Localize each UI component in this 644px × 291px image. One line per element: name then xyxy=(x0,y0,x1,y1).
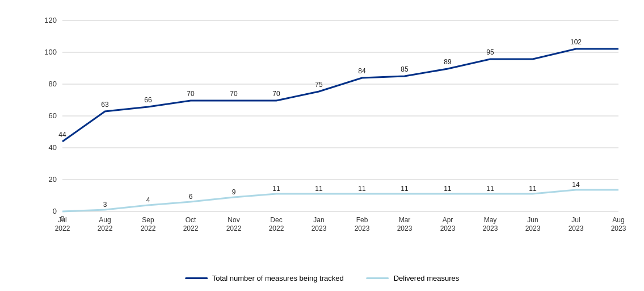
y-label-80: 80 xyxy=(49,80,57,88)
legend-tracked: Total number of measures being tracked xyxy=(185,274,344,282)
x-label-13: Aug xyxy=(612,216,624,224)
tracked-label-6: 75 xyxy=(315,81,323,89)
x-label-3: Oct xyxy=(186,216,196,224)
x-label-3b: 2022 xyxy=(183,225,199,232)
x-label-9: Apr xyxy=(443,216,453,224)
tracked-label-2: 66 xyxy=(144,96,152,104)
y-label-40: 40 xyxy=(49,143,57,152)
delivered-label-4: 9 xyxy=(232,188,236,196)
tracked-label-8: 85 xyxy=(401,65,409,73)
y-label-20: 20 xyxy=(49,175,57,184)
x-label-11b: 2023 xyxy=(525,225,541,232)
x-label-4b: 2022 xyxy=(226,225,242,232)
tracked-label-1: 63 xyxy=(101,101,109,109)
tracked-label-9: 89 xyxy=(444,58,452,66)
tracked-line xyxy=(62,49,618,142)
delivered-label-7: 11 xyxy=(358,185,366,193)
x-label-2b: 2022 xyxy=(141,225,156,232)
x-label-10: May xyxy=(484,216,497,224)
delivered-legend-label: Delivered measures xyxy=(394,274,460,282)
tracked-label-7: 84 xyxy=(358,67,366,75)
delivered-label-1: 3 xyxy=(103,201,107,209)
delivered-label-11: 11 xyxy=(529,185,537,193)
tracked-label-3: 70 xyxy=(187,90,195,98)
chart-legend: Total number of measures being tracked D… xyxy=(185,274,460,282)
delivered-label-6: 11 xyxy=(315,185,323,193)
delivered-label-2: 4 xyxy=(146,196,150,204)
tracked-label-10: 95 xyxy=(486,48,494,56)
x-label-6b: 2023 xyxy=(312,225,327,232)
tracked-label-12: 102 xyxy=(570,38,582,46)
tracked-label-4: 70 xyxy=(230,90,238,98)
x-label-11: Jun xyxy=(527,216,538,224)
delivered-label-8: 11 xyxy=(401,185,409,193)
x-label-2: Sep xyxy=(142,216,154,224)
x-label-8b: 2023 xyxy=(397,225,413,232)
delivered-label-9: 11 xyxy=(444,185,452,193)
y-label-60: 60 xyxy=(49,111,57,120)
chart-container: 0 20 40 60 80 100 120 44 63 66 70 70 70 … xyxy=(0,0,644,291)
tracked-legend-label: Total number of measures being tracked xyxy=(212,274,344,282)
x-label-1: Aug xyxy=(99,216,111,224)
y-label-120: 120 xyxy=(44,16,57,24)
tracked-label-0: 44 xyxy=(58,131,66,139)
tracked-label-5: 70 xyxy=(272,90,280,98)
delivered-label-5: 11 xyxy=(272,185,280,193)
x-label-1b: 2022 xyxy=(98,225,113,232)
delivered-legend-line xyxy=(367,277,389,279)
x-label-0: Jul xyxy=(58,216,66,224)
x-label-9b: 2023 xyxy=(440,225,456,232)
x-label-5b: 2022 xyxy=(269,225,284,232)
y-label-0: 0 xyxy=(53,207,57,215)
x-label-0b: 2022 xyxy=(55,225,70,232)
legend-delivered: Delivered measures xyxy=(367,274,460,282)
delivered-label-3: 6 xyxy=(189,193,193,201)
delivered-label-12: 14 xyxy=(572,181,580,189)
x-label-6: Jan xyxy=(313,216,324,224)
x-label-12b: 2023 xyxy=(569,225,584,232)
delivered-label-10: 11 xyxy=(486,185,494,193)
x-label-13b: 2023 xyxy=(611,225,626,232)
x-label-5: Dec xyxy=(270,216,282,224)
x-label-4: Nov xyxy=(228,216,239,224)
x-label-7b: 2023 xyxy=(355,225,370,232)
chart-svg: 0 20 40 60 80 100 120 44 63 66 70 70 70 … xyxy=(34,11,627,246)
x-label-12: Jul xyxy=(571,216,580,224)
tracked-legend-line xyxy=(185,277,208,279)
y-label-100: 100 xyxy=(44,48,57,56)
x-label-7: Feb xyxy=(356,216,368,224)
x-label-8: Mar xyxy=(399,216,411,224)
x-label-10b: 2023 xyxy=(483,225,498,232)
